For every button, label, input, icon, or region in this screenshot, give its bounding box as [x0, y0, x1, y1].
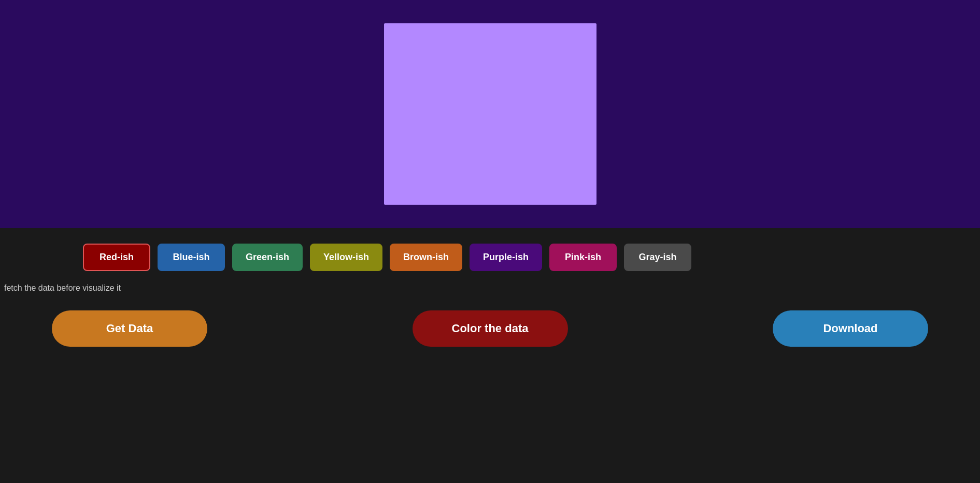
- action-buttons-row: Get Data Color the data Download: [0, 305, 980, 347]
- color-data-button[interactable]: Color the data: [413, 310, 568, 347]
- download-button[interactable]: Download: [773, 310, 928, 347]
- color-btn-gray[interactable]: Gray-ish: [624, 244, 691, 271]
- color-preview-box: [384, 23, 596, 205]
- controls-area: Red-ish Blue-ish Green-ish Yellow-ish Br…: [0, 228, 980, 483]
- get-data-button[interactable]: Get Data: [52, 310, 207, 347]
- color-btn-blue[interactable]: Blue-ish: [158, 244, 225, 271]
- status-text: fetch the data before visualize it: [2, 283, 123, 292]
- color-btn-pink[interactable]: Pink-ish: [549, 244, 617, 271]
- color-btn-purple[interactable]: Purple-ish: [470, 244, 542, 271]
- color-buttons-row: Red-ish Blue-ish Green-ish Yellow-ish Br…: [0, 244, 980, 271]
- color-btn-yellow[interactable]: Yellow-ish: [310, 244, 382, 271]
- status-area: fetch the data before visualize it: [0, 283, 980, 293]
- preview-area: [0, 0, 980, 228]
- color-btn-red[interactable]: Red-ish: [83, 244, 150, 271]
- color-btn-green[interactable]: Green-ish: [232, 244, 303, 271]
- color-btn-brown[interactable]: Brown-ish: [390, 244, 462, 271]
